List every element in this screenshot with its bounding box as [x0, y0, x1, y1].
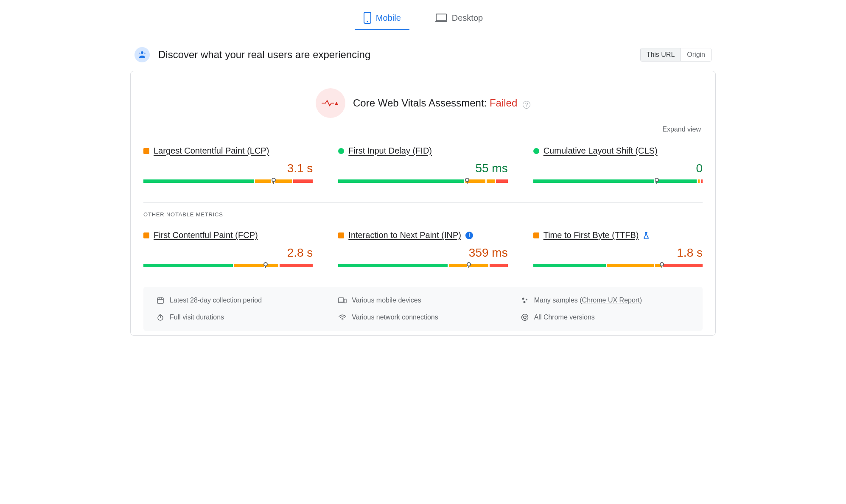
- crux-report-link[interactable]: Chrome UX Report: [582, 297, 640, 304]
- devices-icon: [338, 296, 347, 305]
- wifi-icon: [338, 313, 347, 322]
- scope-toggle: This URL Origin: [640, 48, 712, 62]
- failed-badge-icon: [316, 88, 345, 118]
- assessment-row: Core Web Vitals Assessment: Failed ?: [143, 88, 703, 118]
- svg-point-5: [139, 53, 140, 54]
- flask-icon[interactable]: [643, 232, 650, 239]
- metric-cls-value: 0: [533, 162, 703, 175]
- scope-this-url[interactable]: This URL: [641, 48, 681, 61]
- svg-point-6: [144, 53, 146, 54]
- info-period: Latest 28-day collection period: [156, 296, 325, 305]
- header-row: Discover what your real users are experi…: [134, 47, 712, 62]
- marker-icon: [660, 262, 664, 266]
- metric-fid-value: 55 ms: [338, 162, 507, 175]
- info-samples: Many samples (Chrome UX Report): [521, 296, 690, 305]
- other-metrics-grid: First Contentful Paint (FCP) 2.8 s Inter…: [143, 230, 703, 272]
- info-network: Various network connections: [338, 313, 507, 322]
- svg-rect-9: [339, 298, 344, 302]
- expand-view-link[interactable]: Expand view: [662, 126, 701, 133]
- marker-icon: [465, 178, 469, 182]
- calendar-icon: [156, 296, 165, 305]
- svg-rect-7: [332, 103, 334, 104]
- scatter-icon: [521, 296, 529, 305]
- tab-desktop[interactable]: Desktop: [426, 8, 491, 30]
- assessment-status: Failed: [490, 97, 517, 109]
- marker-icon: [272, 178, 276, 182]
- metric-fid: First Input Delay (FID) 55 ms: [338, 146, 507, 187]
- svg-point-1: [367, 21, 368, 22]
- status-dot-green: [533, 148, 539, 154]
- info-durations: Full visit durations: [156, 313, 325, 322]
- metric-ttfb: Time to First Byte (TTFB) 1.8 s: [533, 230, 703, 272]
- mobile-icon: [363, 12, 372, 24]
- metric-ttfb-bar: [533, 264, 703, 272]
- svg-rect-10: [338, 302, 344, 303]
- users-icon: [134, 47, 150, 62]
- svg-rect-2: [436, 14, 446, 21]
- metric-fcp-name[interactable]: First Contentful Paint (FCP): [154, 230, 258, 240]
- page-title: Discover what your real users are experi…: [158, 49, 370, 61]
- metric-fcp-value: 2.8 s: [143, 246, 313, 260]
- metric-lcp-bar: [143, 179, 313, 187]
- metric-lcp-name[interactable]: Largest Contentful Paint (LCP): [154, 146, 269, 156]
- status-dot-orange: [143, 232, 149, 238]
- info-icon[interactable]: i: [465, 232, 473, 239]
- metric-fcp: First Contentful Paint (FCP) 2.8 s: [143, 230, 313, 272]
- chrome-icon: [521, 313, 529, 322]
- assessment-label: Core Web Vitals Assessment:: [353, 97, 490, 109]
- svg-rect-11: [344, 299, 346, 303]
- metric-cls-bar: [533, 179, 703, 187]
- marker-icon: [263, 262, 268, 266]
- metric-cls: Cumulative Layout Shift (CLS) 0: [533, 146, 703, 187]
- section-other-label: OTHER NOTABLE METRICS: [143, 211, 703, 218]
- metric-lcp-value: 3.1 s: [143, 162, 313, 175]
- assessment-text: Core Web Vitals Assessment: Failed ?: [353, 97, 530, 109]
- status-dot-orange: [338, 232, 344, 238]
- info-devices: Various mobile devices: [338, 296, 507, 305]
- core-metrics-grid: Largest Contentful Paint (LCP) 3.1 s Fir…: [143, 146, 703, 187]
- metric-inp: Interaction to Next Paint (INP) i 359 ms: [338, 230, 507, 272]
- metric-inp-bar: [338, 264, 507, 272]
- divider: [143, 202, 703, 203]
- scope-origin[interactable]: Origin: [681, 48, 711, 61]
- help-icon[interactable]: ?: [523, 101, 530, 109]
- marker-icon: [655, 178, 659, 182]
- svg-point-12: [522, 298, 524, 300]
- collection-info: Latest 28-day collection period Various …: [143, 287, 703, 331]
- svg-rect-3: [435, 21, 447, 22]
- tab-mobile[interactable]: Mobile: [355, 8, 409, 30]
- metric-inp-name[interactable]: Interaction to Next Paint (INP): [348, 230, 461, 240]
- status-dot-orange: [533, 232, 539, 238]
- status-dot-green: [338, 148, 344, 154]
- metric-lcp: Largest Contentful Paint (LCP) 3.1 s: [143, 146, 313, 187]
- marker-icon: [467, 262, 471, 266]
- svg-point-4: [141, 51, 143, 54]
- info-chrome: All Chrome versions: [521, 313, 690, 322]
- svg-point-13: [526, 299, 527, 300]
- metric-fcp-bar: [143, 264, 313, 272]
- metric-ttfb-value: 1.8 s: [533, 246, 703, 260]
- svg-point-14: [523, 301, 525, 303]
- device-tabs: Mobile Desktop: [130, 0, 716, 30]
- svg-point-16: [342, 319, 343, 320]
- metric-ttfb-name[interactable]: Time to First Byte (TTFB): [543, 230, 639, 240]
- metric-fid-name[interactable]: First Input Delay (FID): [348, 146, 432, 156]
- desktop-icon: [435, 13, 448, 22]
- metric-inp-value: 359 ms: [338, 246, 507, 260]
- stopwatch-icon: [156, 313, 165, 322]
- tab-desktop-label: Desktop: [452, 13, 483, 23]
- metric-fid-bar: [338, 179, 507, 187]
- tab-mobile-label: Mobile: [376, 13, 401, 23]
- metric-cls-name[interactable]: Cumulative Layout Shift (CLS): [543, 146, 658, 156]
- svg-rect-8: [157, 298, 163, 303]
- status-dot-orange: [143, 148, 149, 154]
- vitals-card: Core Web Vitals Assessment: Failed ? Exp…: [130, 71, 716, 336]
